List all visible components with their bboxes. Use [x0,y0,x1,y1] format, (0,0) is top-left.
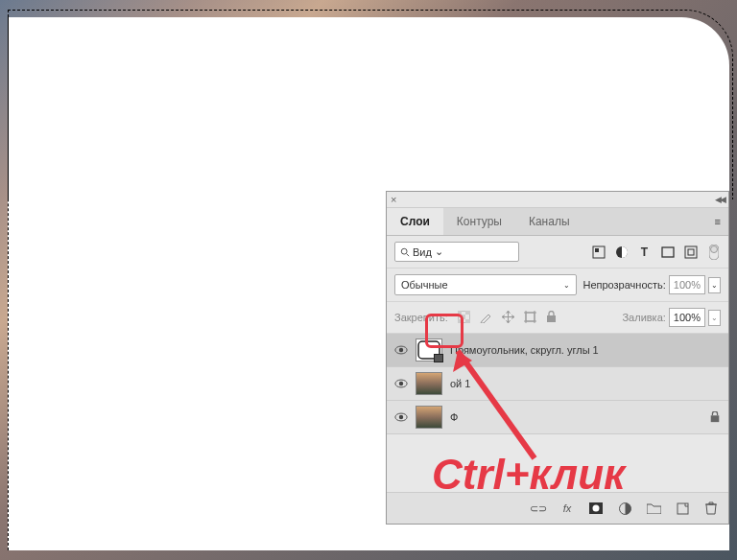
svg-rect-5 [662,247,674,257]
svg-rect-33 [678,503,688,514]
opacity-label: Непрозрачность: [582,279,665,291]
layer-row[interactable]: Ф [387,401,728,434]
svg-rect-11 [458,311,462,315]
filter-toggle[interactable] [706,245,721,259]
svg-point-31 [593,505,600,512]
svg-rect-3 [595,248,599,252]
tab-channels[interactable]: Каналы [515,208,583,235]
lock-pixels-icon[interactable] [480,311,492,325]
fill-control: Заливка: 100% ⌄ [622,308,721,327]
panel-header: × ◀◀ [387,192,728,208]
layer-filter-dropdown[interactable]: Вид ⌄ [394,242,519,262]
svg-rect-6 [685,246,697,258]
panel-menu-icon[interactable]: ≡ [707,212,728,231]
chevron-down-icon: ⌄ [563,281,570,290]
opacity-control: Непрозрачность: 100% ⌄ [582,275,721,294]
fill-dropdown[interactable]: ⌄ [708,310,721,326]
trash-icon[interactable] [703,501,719,516]
svg-rect-12 [465,311,470,315]
svg-point-26 [399,382,403,385]
search-icon [400,247,410,257]
lock-position-icon[interactable] [502,311,514,325]
tab-paths[interactable]: Контуры [443,208,515,235]
lock-row: Закрепить: Заливка: 100% ⌄ [387,302,728,334]
svg-point-23 [399,348,403,352]
collapse-icon[interactable]: ◀◀ [715,195,725,204]
new-layer-icon[interactable] [675,501,690,516]
svg-point-9 [710,245,717,252]
svg-rect-13 [462,315,465,319]
blend-mode-value: Обычные [401,279,448,291]
layer-name: ой 1 [450,378,470,389]
layers-panel: × ◀◀ Слои Контуры Каналы ≡ Вид ⌄ T Обычн… [386,191,729,525]
panel-tabs: Слои Контуры Каналы ≡ [387,208,728,236]
layer-thumbnail[interactable] [416,338,442,362]
svg-rect-15 [465,319,470,323]
fx-icon[interactable]: fx [559,501,575,516]
visibility-icon[interactable] [394,410,408,424]
filter-adjust-icon[interactable] [614,245,629,259]
filter-icons: T [591,245,721,259]
svg-rect-7 [688,249,694,255]
lock-transparent-icon[interactable] [458,311,470,325]
lock-artboard-icon[interactable] [524,311,536,325]
filter-type-icon[interactable]: T [637,245,652,259]
filter-row: Вид ⌄ T [387,236,728,268]
lock-label: Закрепить: [394,312,448,323]
svg-rect-21 [547,315,556,322]
svg-point-0 [401,248,407,254]
tab-layers[interactable]: Слои [387,208,443,235]
filter-shape-icon[interactable] [660,245,675,259]
close-icon[interactable]: × [391,194,396,205]
opacity-dropdown[interactable]: ⌄ [708,277,721,293]
panel-footer: ⊂⊃ fx [387,492,728,524]
layer-name: Ф [450,411,458,423]
chevron-down-icon: ⌄ [435,245,443,258]
shape-badge-icon [434,354,443,362]
layer-thumbnail[interactable] [416,372,442,395]
svg-line-1 [407,253,410,256]
fill-value[interactable]: 100% [669,308,705,327]
layer-thumbnail[interactable] [416,406,442,429]
visibility-icon[interactable] [394,377,408,390]
svg-rect-29 [711,415,720,422]
lock-icon [709,411,721,423]
fill-label: Заливка: [622,312,665,323]
blend-row: Обычные ⌄ Непрозрачность: 100% ⌄ [387,268,728,302]
filter-pixel-icon[interactable] [591,245,606,259]
layer-name: Прямоугольник, скругл. углы 1 [450,344,599,356]
blend-mode-dropdown[interactable]: Обычные ⌄ [394,274,577,295]
group-icon[interactable] [646,501,661,516]
lock-all-icon[interactable] [546,311,557,325]
selection-marquee-left [8,17,12,550]
filter-smart-icon[interactable] [683,245,698,259]
selection-marquee [8,10,733,199]
layers-list: Прямоугольник, скругл. углы 1 ой 1 Ф [387,334,728,434]
visibility-icon[interactable] [394,343,408,357]
layer-row[interactable]: Прямоугольник, скругл. углы 1 [387,334,728,367]
link-icon[interactable]: ⊂⊃ [531,501,546,516]
filter-label: Вид [413,246,432,258]
mask-icon[interactable] [588,501,604,516]
svg-point-28 [399,415,403,419]
svg-rect-16 [526,313,535,321]
svg-rect-14 [458,319,462,323]
layer-row[interactable]: ой 1 [387,367,728,401]
adjustment-icon[interactable] [617,501,632,516]
opacity-value[interactable]: 100% [669,275,705,294]
